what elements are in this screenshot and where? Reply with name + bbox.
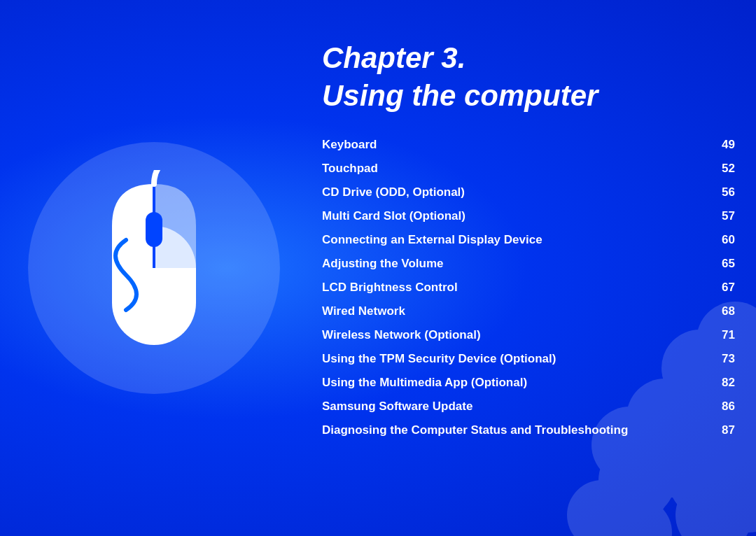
toc-label: Touchpad bbox=[322, 162, 700, 176]
toc-label: Using the Multimedia App (Optional) bbox=[322, 376, 700, 390]
toc-item: Samsung Software Update86 bbox=[322, 395, 735, 418]
toc-item: Wired Network68 bbox=[322, 299, 735, 323]
toc-page: 68 bbox=[714, 304, 735, 318]
chapter-number: Chapter 3. bbox=[322, 42, 735, 74]
toc-label: Diagnosing the Computer Status and Troub… bbox=[322, 423, 700, 437]
circle-background bbox=[28, 142, 280, 394]
table-of-contents: Keyboard49Touchpad52CD Drive (ODD, Optio… bbox=[322, 133, 735, 442]
toc-item: LCD Brightness Control67 bbox=[322, 276, 735, 299]
toc-page: 60 bbox=[714, 233, 735, 247]
toc-label: Keyboard bbox=[322, 138, 700, 152]
toc-label: Connecting an External Display Device bbox=[322, 233, 700, 247]
toc-page: 71 bbox=[714, 328, 735, 342]
toc-label: Wireless Network (Optional) bbox=[322, 328, 700, 342]
toc-item: Adjusting the Volume65 bbox=[322, 252, 735, 276]
toc-label: Multi Card Slot (Optional) bbox=[322, 209, 700, 223]
toc-page: 65 bbox=[714, 257, 735, 271]
toc-page: 49 bbox=[714, 138, 735, 152]
toc-item: Using the Multimedia App (Optional)82 bbox=[322, 371, 735, 395]
toc-item: Diagnosing the Computer Status and Troub… bbox=[322, 418, 735, 442]
toc-page: 87 bbox=[714, 423, 735, 437]
toc-label: Wired Network bbox=[322, 304, 700, 318]
toc-label: Adjusting the Volume bbox=[322, 257, 700, 271]
toc-label: Using the TPM Security Device (Optional) bbox=[322, 352, 700, 366]
toc-item: Wireless Network (Optional)71 bbox=[322, 323, 735, 347]
toc-page: 67 bbox=[714, 281, 735, 295]
toc-page: 56 bbox=[714, 185, 735, 199]
right-content: Chapter 3. Using the computer Keyboard49… bbox=[322, 42, 735, 442]
toc-item: Multi Card Slot (Optional)57 bbox=[322, 204, 735, 228]
toc-label: Samsung Software Update bbox=[322, 400, 700, 414]
toc-item: Connecting an External Display Device60 bbox=[322, 228, 735, 252]
toc-page: 57 bbox=[714, 209, 735, 223]
toc-item: CD Drive (ODD, Optional)56 bbox=[322, 181, 735, 204]
toc-page: 86 bbox=[714, 400, 735, 414]
toc-page: 73 bbox=[714, 352, 735, 366]
left-illustration bbox=[21, 93, 287, 443]
toc-page: 52 bbox=[714, 162, 735, 176]
svg-rect-17 bbox=[146, 212, 162, 247]
toc-item: Touchpad52 bbox=[322, 157, 735, 181]
toc-item: Using the TPM Security Device (Optional)… bbox=[322, 347, 735, 371]
toc-item: Keyboard49 bbox=[322, 133, 735, 157]
mouse-icon bbox=[84, 170, 224, 366]
toc-page: 82 bbox=[714, 376, 735, 390]
chapter-title: Using the computer bbox=[322, 80, 735, 112]
toc-label: CD Drive (ODD, Optional) bbox=[322, 185, 700, 199]
toc-label: LCD Brightness Control bbox=[322, 281, 700, 295]
